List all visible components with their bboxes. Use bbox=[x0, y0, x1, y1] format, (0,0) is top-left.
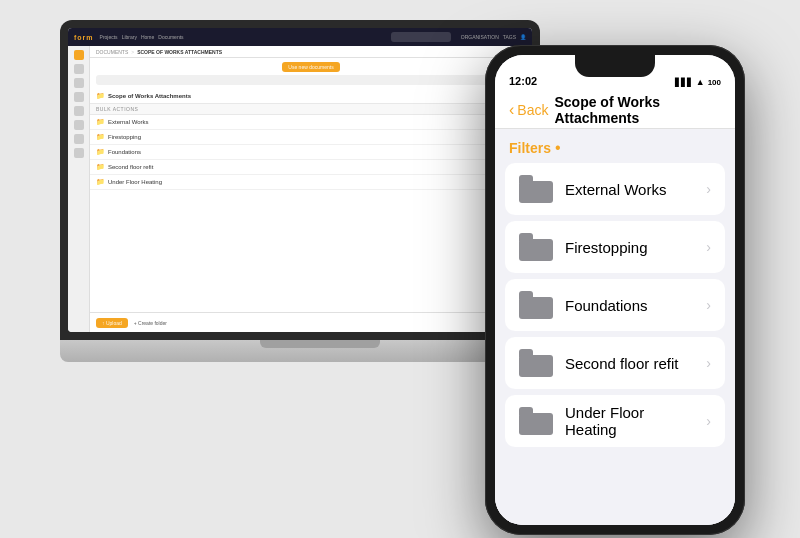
filters-label[interactable]: Filters bbox=[509, 140, 551, 156]
folder-icon bbox=[519, 233, 553, 261]
folder-name: Under Floor Heating bbox=[565, 404, 694, 438]
phone-navbar: ‹ Back Scope of Works Attachments bbox=[495, 91, 735, 129]
sidebar-icon-1[interactable] bbox=[74, 50, 84, 60]
breadcrumb-documents[interactable]: DOCUMENTS bbox=[96, 49, 128, 55]
filters-dot: • bbox=[555, 139, 561, 157]
folder-icon: 📁 bbox=[96, 92, 105, 100]
file-item-second-floor[interactable]: 📁 Second floor refit bbox=[90, 160, 532, 175]
breadcrumb-sep: > bbox=[131, 49, 134, 55]
upload-button[interactable]: ↑ Upload bbox=[96, 318, 128, 328]
chevron-right-icon: › bbox=[706, 297, 711, 313]
file-name: Foundations bbox=[108, 149, 141, 155]
scope-header: 📁 Scope of Works Attachments ⚙ ↕ ⋯ bbox=[90, 89, 532, 104]
phone-status-icons: ▋▋▋ ▲ 100 bbox=[675, 77, 721, 87]
wifi-icon: ▲ bbox=[696, 77, 705, 87]
phone-content: Filters • External Works › bbox=[495, 129, 735, 525]
folder-icon bbox=[519, 349, 553, 377]
file-item-firestopping[interactable]: 📁 Firestopping bbox=[90, 130, 532, 145]
back-button[interactable]: ‹ Back bbox=[509, 101, 548, 119]
phone-folder-external-works[interactable]: External Works › bbox=[505, 163, 725, 215]
folder-icon: 📁 bbox=[96, 148, 105, 156]
folder-name: External Works bbox=[565, 181, 694, 198]
file-name: Second floor refit bbox=[108, 164, 153, 170]
file-item-foundations[interactable]: 📁 Foundations bbox=[90, 145, 532, 160]
laptop-screen: form Projects Library Home Documents ORG… bbox=[68, 28, 532, 332]
laptop-toolbar: Use new documents bbox=[90, 58, 532, 89]
breadcrumb: DOCUMENTS > SCOPE OF WORKS ATTACHMENTS bbox=[90, 46, 532, 58]
folder-name: Foundations bbox=[565, 297, 694, 314]
sidebar-icon-2[interactable] bbox=[74, 64, 84, 74]
folder-icon: 📁 bbox=[96, 163, 105, 171]
file-list: 📁 External Works 📁 Firestopping 📁 Founda… bbox=[90, 115, 532, 312]
laptop-topbar: form Projects Library Home Documents ORG… bbox=[68, 28, 532, 46]
sidebar-icon-4[interactable] bbox=[74, 92, 84, 102]
phone-folder-foundations[interactable]: Foundations › bbox=[505, 279, 725, 331]
folder-icon: 📁 bbox=[96, 133, 105, 141]
phone-filters: Filters • bbox=[495, 129, 735, 163]
folder-name: Firestopping bbox=[565, 239, 694, 256]
scope-title: Scope of Works Attachments bbox=[108, 93, 503, 99]
user-avatar[interactable]: 👤 bbox=[520, 34, 526, 40]
laptop-sidebar bbox=[68, 46, 90, 332]
breadcrumb-current: SCOPE OF WORKS ATTACHMENTS bbox=[137, 49, 222, 55]
phone-notch bbox=[575, 55, 655, 77]
chevron-right-icon: › bbox=[706, 413, 711, 429]
phone-folder-second-floor[interactable]: Second floor refit › bbox=[505, 337, 725, 389]
sidebar-icon-7[interactable] bbox=[74, 134, 84, 144]
folder-icon bbox=[519, 175, 553, 203]
phone-shell: 12:02 ▋▋▋ ▲ 100 ‹ Back Scope of Works At… bbox=[485, 45, 745, 535]
chevron-right-icon: › bbox=[706, 181, 711, 197]
laptop-screen-border: form Projects Library Home Documents ORG… bbox=[60, 20, 540, 340]
nav-documents[interactable]: Documents bbox=[158, 34, 183, 40]
file-name: Under Floor Heating bbox=[108, 179, 162, 185]
sidebar-icon-3[interactable] bbox=[74, 78, 84, 88]
phone-screen: 12:02 ▋▋▋ ▲ 100 ‹ Back Scope of Works At… bbox=[495, 55, 735, 525]
file-item-under-floor[interactable]: 📁 Under Floor Heating bbox=[90, 175, 532, 190]
chevron-left-icon: ‹ bbox=[509, 101, 514, 119]
phone-folder-firestopping[interactable]: Firestopping › bbox=[505, 221, 725, 273]
phone-page-title: Scope of Works Attachments bbox=[554, 94, 721, 126]
nav-library[interactable]: Library bbox=[122, 34, 137, 40]
file-item-external-works[interactable]: 📁 External Works bbox=[90, 115, 532, 130]
laptop-nav: Projects Library Home Documents bbox=[100, 34, 184, 40]
folder-icon bbox=[519, 407, 553, 435]
phone-statusbar: 12:02 ▋▋▋ ▲ 100 bbox=[495, 55, 735, 91]
phone: 12:02 ▋▋▋ ▲ 100 ‹ Back Scope of Works At… bbox=[485, 45, 745, 535]
laptop-footer: ↑ Upload + Create folder bbox=[90, 312, 532, 332]
folder-icon: 📁 bbox=[96, 118, 105, 126]
nav-home[interactable]: Home bbox=[141, 34, 154, 40]
laptop-search-input[interactable] bbox=[96, 75, 526, 85]
use-new-documents-button[interactable]: Use new documents bbox=[282, 62, 339, 72]
sidebar-icon-6[interactable] bbox=[74, 120, 84, 130]
tags-label: TAGS bbox=[503, 34, 516, 40]
bulk-actions-bar: BULK ACTIONS ↓ → 🗑 bbox=[90, 104, 532, 115]
battery-icon: 100 bbox=[708, 78, 721, 87]
back-label: Back bbox=[517, 102, 548, 118]
org-label: ORGANISATION bbox=[461, 34, 499, 40]
laptop-content: DOCUMENTS > SCOPE OF WORKS ATTACHMENTS U… bbox=[68, 46, 532, 332]
folder-name: Second floor refit bbox=[565, 355, 694, 372]
topbar-right: ORGANISATION TAGS 👤 bbox=[461, 34, 526, 40]
sidebar-icon-8[interactable] bbox=[74, 148, 84, 158]
chevron-right-icon: › bbox=[706, 355, 711, 371]
phone-folder-list: External Works › Firestopping › bbox=[495, 163, 735, 525]
nav-projects[interactable]: Projects bbox=[100, 34, 118, 40]
app-logo: form bbox=[74, 34, 94, 41]
sidebar-icon-5[interactable] bbox=[74, 106, 84, 116]
folder-icon: 📁 bbox=[96, 178, 105, 186]
file-name: External Works bbox=[108, 119, 149, 125]
laptop-base-notch bbox=[260, 340, 380, 348]
phone-folder-under-floor[interactable]: Under Floor Heating › bbox=[505, 395, 725, 447]
file-name: Firestopping bbox=[108, 134, 141, 140]
laptop-search-bar[interactable] bbox=[391, 32, 451, 42]
chevron-right-icon: › bbox=[706, 239, 711, 255]
laptop-main: DOCUMENTS > SCOPE OF WORKS ATTACHMENTS U… bbox=[90, 46, 532, 332]
signal-icon: ▋▋▋ bbox=[675, 78, 693, 87]
create-folder-button[interactable]: + Create folder bbox=[134, 320, 167, 326]
folder-icon bbox=[519, 291, 553, 319]
phone-time: 12:02 bbox=[509, 75, 537, 87]
bulk-actions-label: BULK ACTIONS bbox=[96, 106, 507, 112]
